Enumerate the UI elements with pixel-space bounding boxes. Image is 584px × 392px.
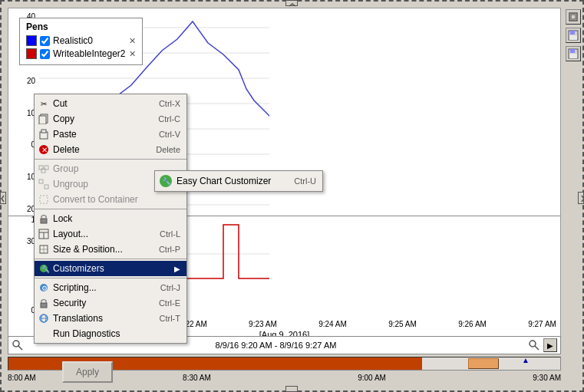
svg-point-17 bbox=[13, 341, 19, 347]
pen-close-writeable[interactable]: ✕ bbox=[129, 49, 136, 59]
ungroup-icon bbox=[38, 178, 50, 190]
search-right-icon bbox=[528, 339, 540, 351]
menu-separator-1 bbox=[35, 159, 186, 160]
save-icon-2 bbox=[568, 48, 579, 59]
menu-item-scripting[interactable]: ⚙ Scripting... Ctrl-J bbox=[35, 280, 186, 295]
pen-color-realistic0 bbox=[26, 35, 37, 46]
menu-item-size-position[interactable]: Size & Position... Ctrl-P bbox=[35, 242, 186, 257]
time-mark-4: 9:30 AM bbox=[533, 374, 561, 382]
svg-rect-33 bbox=[41, 219, 47, 223]
save-icon-1 bbox=[568, 30, 579, 41]
delete-icon: ✕ bbox=[38, 143, 50, 156]
svg-rect-22 bbox=[39, 116, 46, 124]
diagnostics-icon bbox=[38, 328, 50, 340]
svg-rect-12 bbox=[570, 31, 575, 35]
scroll-marker: ▲ bbox=[522, 356, 530, 373]
maximize-button[interactable] bbox=[566, 9, 581, 25]
menu-label-delete: Delete bbox=[53, 144, 80, 155]
main-container: Pens Realistic0 ✕ WriteableInteger2 ✕ 40… bbox=[0, 0, 584, 392]
submenu-shortcut-easychart: Ctrl-U bbox=[294, 176, 316, 186]
size-position-icon bbox=[38, 243, 50, 255]
scroll-marker-arrow: ▲ bbox=[522, 356, 530, 364]
context-menu: ✂ Cut Ctrl-X Copy Ctrl-C Paste Ctrl-V ✕ … bbox=[34, 94, 187, 344]
menu-shortcut-paste: Ctrl-V bbox=[159, 130, 180, 139]
menu-label-group: Group bbox=[53, 163, 78, 174]
menu-item-lock[interactable]: Lock bbox=[35, 211, 186, 226]
menu-separator-2 bbox=[35, 209, 186, 209]
svg-line-20 bbox=[535, 346, 539, 350]
layout-icon bbox=[38, 228, 50, 240]
menu-item-copy[interactable]: Copy Ctrl-C bbox=[35, 111, 186, 127]
pen-close-realistic0[interactable]: ✕ bbox=[129, 36, 136, 46]
menu-shortcut-translations: Ctrl-T bbox=[160, 314, 181, 323]
translations-icon bbox=[38, 312, 50, 324]
play-button[interactable]: ▶ bbox=[543, 338, 557, 352]
menu-label-size-position: Size & Position... bbox=[53, 244, 123, 255]
menu-item-paste[interactable]: Paste Ctrl-V bbox=[35, 127, 186, 142]
menu-label-layout: Layout... bbox=[53, 229, 88, 239]
menu-shortcut-cut: Ctrl-X bbox=[159, 99, 180, 108]
svg-line-18 bbox=[18, 346, 22, 350]
menu-item-security[interactable]: Security Ctrl-E bbox=[35, 295, 186, 311]
cut-icon: ✂ bbox=[38, 97, 50, 110]
svg-rect-10 bbox=[571, 15, 576, 19]
menu-shortcut-copy: Ctrl-C bbox=[158, 114, 180, 124]
pen-checkbox-writeable[interactable] bbox=[40, 49, 50, 59]
menu-label-scripting: Scripting... bbox=[53, 282, 97, 293]
search-left-icon bbox=[12, 339, 24, 351]
resize-handle-left[interactable] bbox=[0, 192, 6, 204]
time-mark-1: 8:00 AM bbox=[8, 374, 36, 382]
menu-label-convert: Convert to Container bbox=[53, 194, 138, 205]
security-icon bbox=[38, 297, 50, 309]
menu-label-copy: Copy bbox=[53, 114, 74, 124]
convert-icon bbox=[38, 193, 50, 206]
svg-text:⚙: ⚙ bbox=[41, 285, 48, 292]
menu-item-layout[interactable]: Layout... Ctrl-L bbox=[35, 226, 186, 242]
side-buttons bbox=[566, 9, 581, 61]
svg-text:✕: ✕ bbox=[41, 146, 48, 154]
save-button-2[interactable] bbox=[566, 46, 581, 61]
menu-shortcut-layout: Ctrl-L bbox=[160, 229, 180, 239]
save-button-1[interactable] bbox=[566, 28, 581, 43]
svg-text:🔧: 🔧 bbox=[41, 265, 50, 274]
pen-label-realistic0: Realistic0 bbox=[53, 35, 93, 46]
menu-item-customizers[interactable]: 🔧 Customizers ▶ bbox=[35, 261, 186, 276]
menu-item-translations[interactable]: Translations Ctrl-T bbox=[35, 311, 186, 326]
pen-item-1: WriteableInteger2 ✕ bbox=[26, 48, 136, 59]
menu-separator-4 bbox=[35, 278, 186, 278]
maximize-icon bbox=[569, 12, 578, 21]
resize-handle-top[interactable] bbox=[285, 0, 298, 6]
menu-shortcut-delete: Delete bbox=[156, 145, 180, 154]
scroll-thumb[interactable] bbox=[468, 358, 499, 369]
copy-icon bbox=[38, 113, 50, 125]
menu-label-diagnostics: Run Diagnostics bbox=[53, 328, 120, 339]
svg-rect-15 bbox=[570, 49, 575, 53]
submenu-item-easychart[interactable]: 🔧 Easy Chart Customizer Ctrl-U bbox=[155, 173, 322, 189]
menu-item-diagnostics[interactable]: Run Diagnostics bbox=[35, 326, 186, 341]
menu-shortcut-security: Ctrl-E bbox=[159, 298, 180, 308]
submenu-label-easychart: Easy Chart Customizer bbox=[177, 176, 271, 186]
svg-rect-13 bbox=[569, 35, 577, 40]
y-axis-bottom: 1 0 bbox=[10, 216, 37, 315]
pens-title: Pens bbox=[26, 21, 136, 32]
easychart-icon: 🔧 bbox=[158, 173, 173, 189]
menu-label-customizers: Customizers bbox=[53, 263, 104, 274]
pen-label-writeable: WriteableInteger2 bbox=[53, 48, 126, 59]
pens-panel: Pens Realistic0 ✕ WriteableInteger2 ✕ bbox=[19, 18, 143, 65]
menu-label-ungroup: Ungroup bbox=[53, 179, 88, 189]
svg-rect-32 bbox=[40, 196, 48, 203]
apply-button[interactable]: Apply bbox=[62, 361, 113, 383]
resize-handle-right[interactable] bbox=[578, 192, 584, 204]
svg-text:🔧: 🔧 bbox=[162, 176, 172, 186]
time-mark-2: 8:30 AM bbox=[183, 374, 211, 382]
customizers-icon: 🔧 bbox=[38, 262, 50, 275]
svg-rect-24 bbox=[41, 130, 46, 133]
menu-item-cut[interactable]: ✂ Cut Ctrl-X bbox=[35, 96, 186, 111]
apply-label: Apply bbox=[76, 367, 99, 377]
menu-item-delete[interactable]: ✕ Delete Delete bbox=[35, 142, 186, 157]
scripting-icon: ⚙ bbox=[38, 282, 50, 294]
menu-item-convert[interactable]: Convert to Container bbox=[35, 192, 186, 207]
pen-checkbox-realistic0[interactable] bbox=[40, 36, 50, 46]
resize-handle-bottom[interactable] bbox=[285, 386, 298, 392]
pen-color-writeable bbox=[26, 48, 37, 59]
